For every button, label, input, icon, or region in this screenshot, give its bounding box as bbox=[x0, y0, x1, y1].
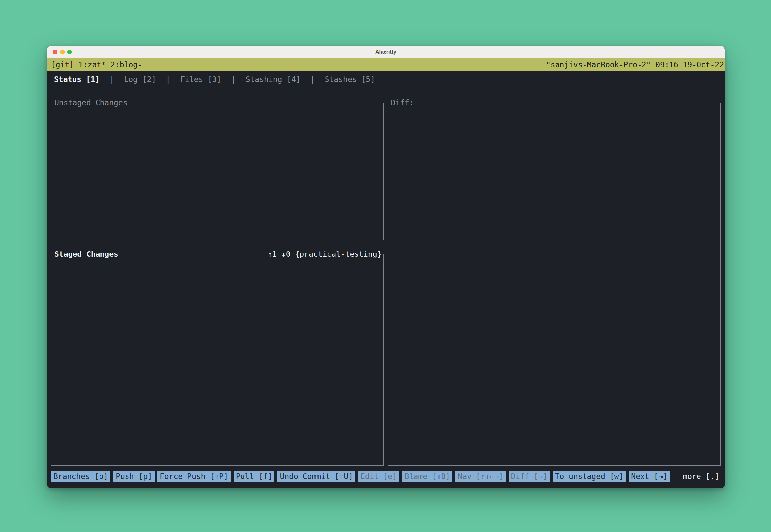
tab-stashes[interactable]: Stashes [5] bbox=[325, 75, 375, 84]
alacritty-window: Alacritty [git] 1:zat* 2:blog- "sanjivs-… bbox=[47, 46, 725, 488]
tab-separator: | bbox=[231, 75, 236, 84]
diff-panel[interactable]: Diff: bbox=[388, 103, 721, 465]
tmux-session-windows: [git] 1:zat* 2:blog- bbox=[51, 60, 142, 69]
tab-separator: | bbox=[166, 75, 170, 84]
blame-button[interactable]: Blame [⇧B] bbox=[402, 471, 452, 482]
branch-ahead-behind-status: ↑1 ↓0 {practical-testing} bbox=[267, 250, 382, 259]
tab-separator: | bbox=[310, 75, 315, 84]
edit-button[interactable]: Edit [e] bbox=[358, 471, 399, 482]
tab-files[interactable]: Files [3] bbox=[180, 75, 222, 84]
command-bar: Branches [b] Push [p] Force Push [⇧P] Pu… bbox=[51, 465, 721, 488]
tab-divider bbox=[51, 88, 721, 88]
close-button-icon[interactable] bbox=[53, 50, 57, 54]
tab-status[interactable]: Status [1] bbox=[54, 75, 99, 84]
undo-commit-button[interactable]: Undo Commit [⇧U] bbox=[278, 471, 355, 482]
tab-stashing[interactable]: Stashing [4] bbox=[246, 75, 301, 84]
tab-separator: | bbox=[109, 75, 114, 84]
tab-bar: Status [1] | Log [2] | Files [3] | Stash… bbox=[51, 71, 721, 88]
traffic-lights bbox=[53, 46, 72, 58]
unstaged-changes-title: Unstaged Changes bbox=[53, 98, 129, 107]
desktop: { "window": { "title": "Alacritty" }, "t… bbox=[0, 0, 771, 532]
push-button[interactable]: Push [p] bbox=[113, 471, 154, 482]
more-hint[interactable]: more [.] bbox=[683, 472, 721, 481]
minimize-button-icon[interactable] bbox=[60, 50, 65, 54]
zoom-button-icon[interactable] bbox=[67, 50, 72, 54]
status-view: Unstaged Changes Staged Changes ↑1 ↓0 {p… bbox=[51, 103, 721, 465]
staged-changes-panel[interactable]: Staged Changes ↑1 ↓0 {practical-testing} bbox=[51, 254, 384, 465]
to-unstaged-button[interactable]: To unstaged [w] bbox=[553, 471, 626, 482]
branches-button[interactable]: Branches [b] bbox=[51, 471, 110, 482]
next-button[interactable]: Next [⇥] bbox=[629, 471, 670, 482]
window-titlebar[interactable]: Alacritty bbox=[47, 46, 725, 58]
staged-changes-title: Staged Changes bbox=[53, 250, 120, 259]
window-title: Alacritty bbox=[375, 49, 396, 55]
tmux-status-bar: [git] 1:zat* 2:blog- "sanjivs-MacBook-Pr… bbox=[47, 58, 725, 71]
changes-column: Unstaged Changes Staged Changes ↑1 ↓0 {p… bbox=[51, 103, 384, 465]
gitui-terminal: Status [1] | Log [2] | Files [3] | Stash… bbox=[47, 71, 725, 488]
diff-button[interactable]: Diff [→] bbox=[509, 471, 550, 482]
diff-panel-title: Diff: bbox=[390, 98, 415, 107]
unstaged-changes-panel[interactable]: Unstaged Changes bbox=[51, 103, 384, 240]
tmux-host-clock: "sanjivs-MacBook-Pro-2" 09:16 19-Oct-22 bbox=[546, 60, 724, 69]
pull-button[interactable]: Pull [f] bbox=[234, 471, 275, 482]
tab-log[interactable]: Log [2] bbox=[124, 75, 156, 84]
force-push-button[interactable]: Force Push [⇧P] bbox=[157, 471, 231, 482]
nav-button[interactable]: Nav [↑↓←→] bbox=[455, 471, 505, 482]
